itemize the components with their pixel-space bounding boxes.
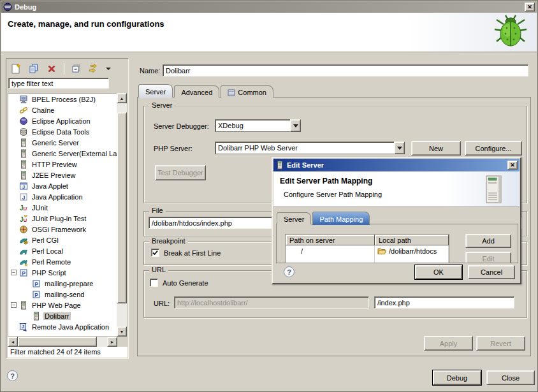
tree-vertical-scrollbar[interactable]: ▲ ▼ xyxy=(117,93,127,337)
dialog-button-bar: ? OK Cancel xyxy=(273,262,520,282)
window-title: Debug xyxy=(15,3,36,11)
close-button[interactable]: Close xyxy=(486,370,535,385)
new-server-button[interactable]: New xyxy=(411,141,461,156)
filter-menu-chevron-icon[interactable] xyxy=(105,62,112,76)
svg-text:J: J xyxy=(22,194,25,201)
tree-item-generic-server-external-la[interactable]: Generic Server(External La xyxy=(8,148,117,159)
server-debugger-select[interactable]: XDebug xyxy=(215,119,301,132)
tree-item-perl-cgi[interactable]: Perl CGI xyxy=(8,235,117,245)
tree-item-cha-ne[interactable]: Chaîne xyxy=(8,105,117,115)
tree-item-eclipse-data-tools[interactable]: Eclipse Data Tools xyxy=(8,126,117,137)
tree-horizontal-scrollbar[interactable]: ◄ ► xyxy=(8,337,117,347)
add-mapping-button[interactable]: Add xyxy=(465,234,511,248)
dialog-tab-path-mapping[interactable]: Path Mapping xyxy=(312,212,370,224)
url-path-input[interactable]: /index.php xyxy=(374,296,514,309)
window-close-button[interactable]: ✕ xyxy=(525,3,535,11)
perl-cgi-icon xyxy=(19,236,28,245)
tree-item-java-application[interactable]: JJava Application xyxy=(8,191,117,202)
tab-advanced[interactable]: Advanced xyxy=(174,85,219,98)
tree-item-junit-plug-in-test[interactable]: JUJUnit Plug-in Test xyxy=(8,213,117,224)
column-path-on-server[interactable]: Path on server xyxy=(286,235,375,245)
scroll-down-icon[interactable]: ▼ xyxy=(117,326,127,337)
tree-item-php-web-page[interactable]: −PHP Web Page xyxy=(8,300,117,310)
tree-item-php-script[interactable]: −PPHP Script xyxy=(8,267,117,278)
applet-icon: J xyxy=(19,182,28,191)
debug-label: Debug xyxy=(447,374,467,382)
tree-item-remote-java-application[interactable]: JRemote Java Application xyxy=(8,321,117,332)
help-icon[interactable]: ? xyxy=(7,370,18,381)
tree-item-java-applet[interactable]: JJava Applet xyxy=(8,180,117,191)
scroll-up-icon[interactable]: ▲ xyxy=(117,93,127,103)
dialog-heading: Edit Server Path Mapping xyxy=(280,177,372,185)
horizontal-scroll-thumb[interactable] xyxy=(18,337,97,347)
apply-button[interactable]: Apply xyxy=(424,336,473,351)
auto-generate-label: Auto Generate xyxy=(163,279,208,287)
debug-button[interactable]: Debug xyxy=(433,370,481,385)
tree-item-generic-server[interactable]: Generic Server xyxy=(8,137,117,148)
tree-item-perl-remote[interactable]: RPerl Remote xyxy=(8,256,117,267)
tree-item-label: PHP Script xyxy=(31,269,68,277)
php-icon: P xyxy=(32,279,41,288)
configurations-toolbar xyxy=(9,61,112,76)
tab-common[interactable]: Common xyxy=(221,85,273,98)
dialog-subheading: Configure Server Path Mapping xyxy=(284,191,382,198)
dialog-tab-server[interactable]: Server xyxy=(277,212,311,224)
expander-minus-icon[interactable]: − xyxy=(11,302,17,308)
dialog-help-icon[interactable]: ? xyxy=(284,266,294,277)
path-mapping-table[interactable]: Path on server Local path //dolibarr/htd… xyxy=(285,234,449,263)
break-first-line-checkbox[interactable] xyxy=(151,249,159,257)
debug-configurations-window: Debug ✕ Create, manage, and run configur… xyxy=(0,0,538,392)
duplicate-configuration-button[interactable] xyxy=(27,62,41,76)
server-debugger-dropdown-icon[interactable] xyxy=(290,119,301,132)
url-base-input[interactable]: http://localhostdolibarr/ xyxy=(174,296,369,309)
auto-generate-checkbox[interactable] xyxy=(150,279,158,287)
mapping-table-body: //dolibarr/htdocs xyxy=(286,245,449,256)
delete-configuration-button[interactable] xyxy=(45,62,59,76)
tree-item-mailing-send[interactable]: Pmailing-send xyxy=(8,289,117,300)
new-configuration-button[interactable] xyxy=(9,62,23,76)
tree-item-bpel-process-b2j-[interactable]: BPEL Process (B2J) xyxy=(8,94,117,105)
svg-text:P: P xyxy=(34,291,38,298)
expander-minus-icon[interactable]: − xyxy=(11,270,17,275)
mapping-row[interactable]: //dolibarr/htdocs xyxy=(286,245,449,256)
tree-item-http-preview[interactable]: HTTP Preview xyxy=(8,159,117,170)
tree-item-perl-local[interactable]: Perl Local xyxy=(8,245,117,256)
name-input[interactable]: Dolibarr xyxy=(163,64,528,76)
scroll-left-icon[interactable]: ◄ xyxy=(8,337,18,347)
vertical-scroll-thumb[interactable] xyxy=(117,112,127,303)
tree-item-label: OSGi Framework xyxy=(31,226,87,233)
server-debugger-label: Server Debugger: xyxy=(154,122,209,130)
cancel-button[interactable]: Cancel xyxy=(468,265,515,279)
revert-button[interactable]: Revert xyxy=(476,336,525,351)
edit-server-titlebar[interactable]: Edit Server ✕ xyxy=(273,159,520,171)
tree-item-osgi-framework[interactable]: OSGi Framework xyxy=(8,224,117,235)
collapse-all-button[interactable] xyxy=(69,62,84,76)
filter-input[interactable]: type filter text xyxy=(8,78,109,89)
breakpoint-group-legend: Breakpoint xyxy=(149,237,188,245)
tree-item-dolibarr[interactable]: Dolibarr xyxy=(8,310,117,321)
window-titlebar[interactable]: Debug ✕ xyxy=(1,1,537,13)
tree-item-label: HTTP Preview xyxy=(31,161,78,168)
configure-server-button[interactable]: Configure... xyxy=(465,141,522,156)
tab-server[interactable]: Server xyxy=(138,84,173,98)
junit-plugin-icon: JU xyxy=(19,214,28,223)
php-server-value: Dolibarr PHP Web Server xyxy=(218,144,298,152)
tree-item-eclipse-application[interactable]: Eclipse Application xyxy=(8,115,117,126)
tree-item-mailing-prepare[interactable]: Pmailing-prepare xyxy=(8,278,117,289)
test-debugger-button[interactable]: Test Debugger xyxy=(155,165,206,180)
tree-item-j2ee-preview[interactable]: J2EE Preview xyxy=(8,170,117,180)
ok-button[interactable]: OK xyxy=(415,265,462,279)
php-server-label: PHP Server: xyxy=(154,145,193,152)
tree-item-label: JUnit xyxy=(31,204,49,212)
filter-options-button[interactable] xyxy=(87,62,101,76)
php-server-dropdown-icon[interactable] xyxy=(394,142,405,154)
scroll-right-icon[interactable]: ► xyxy=(107,337,117,347)
tree-item-junit[interactable]: JUJUnit xyxy=(8,202,117,213)
dialog-close-button[interactable]: ✕ xyxy=(507,161,518,170)
column-local-path[interactable]: Local path xyxy=(375,235,449,245)
url-base-text: http://localhostdolibarr/ xyxy=(177,299,248,307)
config-tree[interactable]: BPEL Process (B2J)ChaîneEclipse Applicat… xyxy=(8,93,117,337)
dialog-server-icon xyxy=(275,161,284,170)
tree-item-label: JUnit Plug-in Test xyxy=(31,215,87,222)
php-server-select[interactable]: Dolibarr PHP Web Server xyxy=(215,142,405,154)
